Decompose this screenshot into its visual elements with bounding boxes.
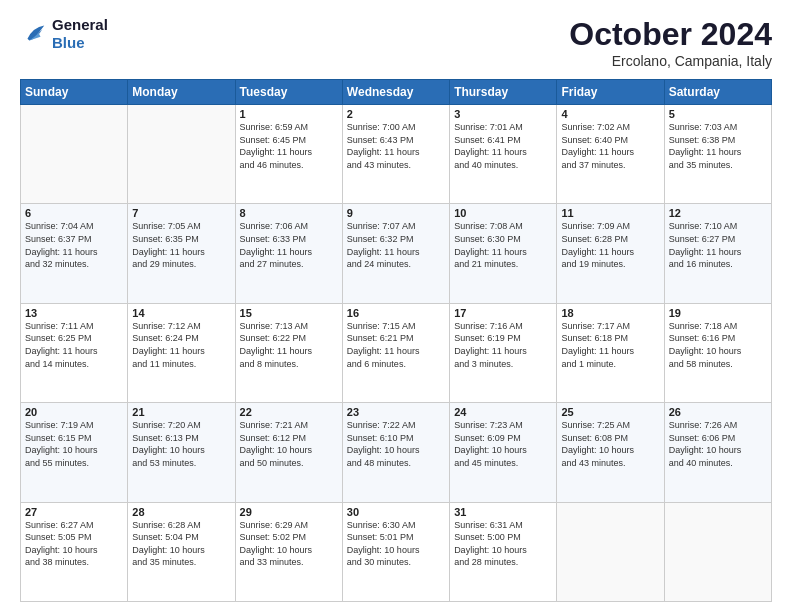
day-number: 4 [561, 108, 659, 120]
calendar-cell: 6Sunrise: 7:04 AM Sunset: 6:37 PM Daylig… [21, 204, 128, 303]
weekday-header-tuesday: Tuesday [235, 80, 342, 105]
calendar-cell: 23Sunrise: 7:22 AM Sunset: 6:10 PM Dayli… [342, 403, 449, 502]
calendar-cell: 28Sunrise: 6:28 AM Sunset: 5:04 PM Dayli… [128, 502, 235, 601]
page: General Blue October 2024 Ercolano, Camp… [0, 0, 792, 612]
day-number: 12 [669, 207, 767, 219]
calendar-cell: 22Sunrise: 7:21 AM Sunset: 6:12 PM Dayli… [235, 403, 342, 502]
month-title: October 2024 [569, 16, 772, 53]
day-info: Sunrise: 7:06 AM Sunset: 6:33 PM Dayligh… [240, 220, 338, 270]
calendar-cell: 10Sunrise: 7:08 AM Sunset: 6:30 PM Dayli… [450, 204, 557, 303]
day-number: 8 [240, 207, 338, 219]
day-info: Sunrise: 7:12 AM Sunset: 6:24 PM Dayligh… [132, 320, 230, 370]
day-number: 18 [561, 307, 659, 319]
day-info: Sunrise: 7:25 AM Sunset: 6:08 PM Dayligh… [561, 419, 659, 469]
day-number: 3 [454, 108, 552, 120]
day-info: Sunrise: 7:01 AM Sunset: 6:41 PM Dayligh… [454, 121, 552, 171]
day-info: Sunrise: 7:00 AM Sunset: 6:43 PM Dayligh… [347, 121, 445, 171]
calendar-cell: 15Sunrise: 7:13 AM Sunset: 6:22 PM Dayli… [235, 303, 342, 402]
day-number: 11 [561, 207, 659, 219]
day-number: 20 [25, 406, 123, 418]
day-info: Sunrise: 7:23 AM Sunset: 6:09 PM Dayligh… [454, 419, 552, 469]
day-number: 31 [454, 506, 552, 518]
day-number: 2 [347, 108, 445, 120]
title-block: October 2024 Ercolano, Campania, Italy [569, 16, 772, 69]
calendar-cell: 18Sunrise: 7:17 AM Sunset: 6:18 PM Dayli… [557, 303, 664, 402]
week-row-2: 13Sunrise: 7:11 AM Sunset: 6:25 PM Dayli… [21, 303, 772, 402]
day-info: Sunrise: 6:28 AM Sunset: 5:04 PM Dayligh… [132, 519, 230, 569]
calendar-cell: 5Sunrise: 7:03 AM Sunset: 6:38 PM Daylig… [664, 105, 771, 204]
day-number: 28 [132, 506, 230, 518]
day-number: 7 [132, 207, 230, 219]
weekday-header-saturday: Saturday [664, 80, 771, 105]
day-info: Sunrise: 7:05 AM Sunset: 6:35 PM Dayligh… [132, 220, 230, 270]
calendar-cell: 3Sunrise: 7:01 AM Sunset: 6:41 PM Daylig… [450, 105, 557, 204]
weekday-header-wednesday: Wednesday [342, 80, 449, 105]
day-info: Sunrise: 7:21 AM Sunset: 6:12 PM Dayligh… [240, 419, 338, 469]
calendar-cell: 4Sunrise: 7:02 AM Sunset: 6:40 PM Daylig… [557, 105, 664, 204]
calendar-cell: 13Sunrise: 7:11 AM Sunset: 6:25 PM Dayli… [21, 303, 128, 402]
day-number: 10 [454, 207, 552, 219]
day-number: 1 [240, 108, 338, 120]
day-number: 6 [25, 207, 123, 219]
day-info: Sunrise: 7:10 AM Sunset: 6:27 PM Dayligh… [669, 220, 767, 270]
logo: General Blue [20, 16, 108, 52]
day-info: Sunrise: 7:22 AM Sunset: 6:10 PM Dayligh… [347, 419, 445, 469]
calendar-cell: 12Sunrise: 7:10 AM Sunset: 6:27 PM Dayli… [664, 204, 771, 303]
day-info: Sunrise: 6:59 AM Sunset: 6:45 PM Dayligh… [240, 121, 338, 171]
day-info: Sunrise: 7:16 AM Sunset: 6:19 PM Dayligh… [454, 320, 552, 370]
day-number: 16 [347, 307, 445, 319]
day-info: Sunrise: 7:08 AM Sunset: 6:30 PM Dayligh… [454, 220, 552, 270]
weekday-header-monday: Monday [128, 80, 235, 105]
weekday-header-sunday: Sunday [21, 80, 128, 105]
day-number: 21 [132, 406, 230, 418]
calendar-cell: 2Sunrise: 7:00 AM Sunset: 6:43 PM Daylig… [342, 105, 449, 204]
logo-text: General Blue [52, 16, 108, 52]
day-info: Sunrise: 7:11 AM Sunset: 6:25 PM Dayligh… [25, 320, 123, 370]
day-info: Sunrise: 7:18 AM Sunset: 6:16 PM Dayligh… [669, 320, 767, 370]
calendar-cell: 26Sunrise: 7:26 AM Sunset: 6:06 PM Dayli… [664, 403, 771, 502]
day-number: 22 [240, 406, 338, 418]
day-info: Sunrise: 7:17 AM Sunset: 6:18 PM Dayligh… [561, 320, 659, 370]
day-info: Sunrise: 6:30 AM Sunset: 5:01 PM Dayligh… [347, 519, 445, 569]
calendar-header: SundayMondayTuesdayWednesdayThursdayFrid… [21, 80, 772, 105]
day-number: 5 [669, 108, 767, 120]
calendar-cell: 11Sunrise: 7:09 AM Sunset: 6:28 PM Dayli… [557, 204, 664, 303]
day-info: Sunrise: 7:04 AM Sunset: 6:37 PM Dayligh… [25, 220, 123, 270]
weekday-row: SundayMondayTuesdayWednesdayThursdayFrid… [21, 80, 772, 105]
day-number: 30 [347, 506, 445, 518]
calendar-cell [21, 105, 128, 204]
calendar-cell: 14Sunrise: 7:12 AM Sunset: 6:24 PM Dayli… [128, 303, 235, 402]
day-info: Sunrise: 7:20 AM Sunset: 6:13 PM Dayligh… [132, 419, 230, 469]
calendar-cell [557, 502, 664, 601]
calendar-body: 1Sunrise: 6:59 AM Sunset: 6:45 PM Daylig… [21, 105, 772, 602]
day-info: Sunrise: 7:09 AM Sunset: 6:28 PM Dayligh… [561, 220, 659, 270]
logo-icon [20, 20, 48, 48]
calendar-cell: 19Sunrise: 7:18 AM Sunset: 6:16 PM Dayli… [664, 303, 771, 402]
day-number: 9 [347, 207, 445, 219]
calendar-cell: 29Sunrise: 6:29 AM Sunset: 5:02 PM Dayli… [235, 502, 342, 601]
day-number: 17 [454, 307, 552, 319]
day-info: Sunrise: 7:07 AM Sunset: 6:32 PM Dayligh… [347, 220, 445, 270]
day-number: 13 [25, 307, 123, 319]
week-row-0: 1Sunrise: 6:59 AM Sunset: 6:45 PM Daylig… [21, 105, 772, 204]
week-row-1: 6Sunrise: 7:04 AM Sunset: 6:37 PM Daylig… [21, 204, 772, 303]
day-number: 25 [561, 406, 659, 418]
day-number: 29 [240, 506, 338, 518]
calendar-cell: 7Sunrise: 7:05 AM Sunset: 6:35 PM Daylig… [128, 204, 235, 303]
week-row-3: 20Sunrise: 7:19 AM Sunset: 6:15 PM Dayli… [21, 403, 772, 502]
day-info: Sunrise: 7:13 AM Sunset: 6:22 PM Dayligh… [240, 320, 338, 370]
calendar-cell: 30Sunrise: 6:30 AM Sunset: 5:01 PM Dayli… [342, 502, 449, 601]
calendar-table: SundayMondayTuesdayWednesdayThursdayFrid… [20, 79, 772, 602]
day-number: 26 [669, 406, 767, 418]
weekday-header-thursday: Thursday [450, 80, 557, 105]
calendar-cell: 21Sunrise: 7:20 AM Sunset: 6:13 PM Dayli… [128, 403, 235, 502]
day-number: 23 [347, 406, 445, 418]
day-info: Sunrise: 6:31 AM Sunset: 5:00 PM Dayligh… [454, 519, 552, 569]
calendar-cell: 20Sunrise: 7:19 AM Sunset: 6:15 PM Dayli… [21, 403, 128, 502]
day-info: Sunrise: 7:19 AM Sunset: 6:15 PM Dayligh… [25, 419, 123, 469]
calendar-cell: 25Sunrise: 7:25 AM Sunset: 6:08 PM Dayli… [557, 403, 664, 502]
day-number: 14 [132, 307, 230, 319]
day-info: Sunrise: 7:02 AM Sunset: 6:40 PM Dayligh… [561, 121, 659, 171]
day-info: Sunrise: 6:27 AM Sunset: 5:05 PM Dayligh… [25, 519, 123, 569]
weekday-header-friday: Friday [557, 80, 664, 105]
